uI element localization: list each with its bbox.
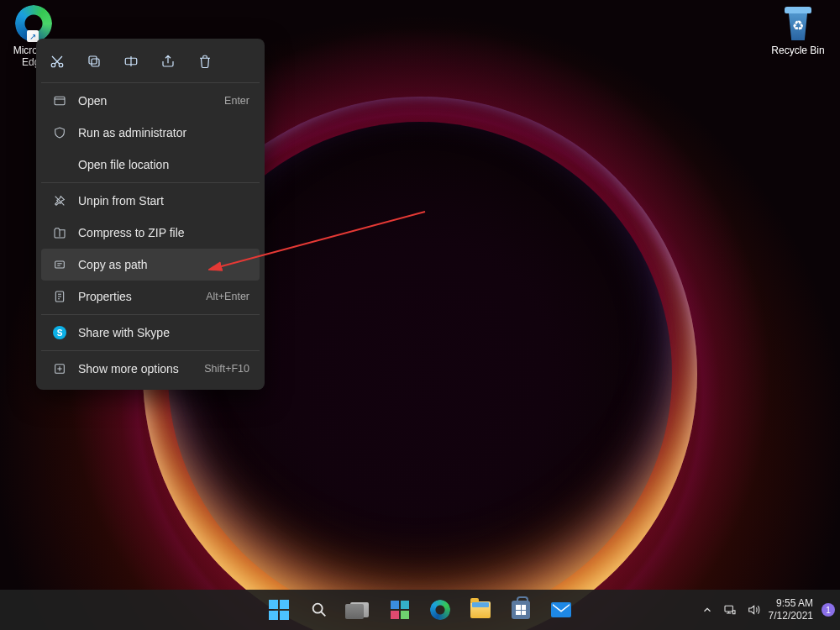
skype-icon: S <box>51 324 68 341</box>
context-menu-show-more-options[interactable]: Show more options Shift+F10 <box>41 353 260 385</box>
windows-logo-icon <box>269 600 289 620</box>
unpin-icon <box>51 192 68 209</box>
context-menu-label: Run as administrator <box>78 126 249 139</box>
context-menu-label: Unpin from Start <box>78 194 249 207</box>
context-menu-accelerator: Shift+F10 <box>204 363 249 375</box>
context-menu-properties[interactable]: Properties Alt+Enter <box>41 281 260 312</box>
svg-rect-2 <box>92 59 99 66</box>
blank-icon <box>51 156 68 173</box>
properties-icon <box>51 288 68 305</box>
context-menu-accelerator: Enter <box>224 95 249 107</box>
taskbar-center <box>262 593 578 627</box>
task-view-button[interactable] <box>343 593 376 627</box>
network-icon <box>723 603 737 617</box>
context-menu-label: Properties <box>78 290 206 303</box>
context-menu-label: Show more options <box>78 362 204 375</box>
delete-icon[interactable] <box>196 52 214 71</box>
svg-point-0 <box>51 63 55 67</box>
svg-rect-3 <box>89 56 97 64</box>
context-menu-share-with-skype[interactable]: S Share with Skype <box>41 317 260 349</box>
svg-rect-11 <box>725 606 732 612</box>
widgets-button[interactable] <box>383 593 417 627</box>
admin-shield-icon <box>51 124 68 141</box>
taskbar-mail[interactable] <box>544 593 578 627</box>
context-menu-compress-to-zip[interactable]: Compress to ZIP file <box>41 217 260 249</box>
cut-icon[interactable] <box>48 52 66 71</box>
context-menu-separator <box>41 182 260 183</box>
chevron-up-icon <box>701 604 713 616</box>
desktop-icon-recycle-bin[interactable]: ♻ Recycle Bin <box>766 5 830 56</box>
taskbar: 9:55 AM 7/12/2021 1 <box>0 590 840 630</box>
zip-icon <box>51 224 68 241</box>
context-menu-unpin-from-start[interactable]: Unpin from Start <box>41 185 260 217</box>
context-menu-separator <box>41 314 260 315</box>
context-menu-label: Open file location <box>78 158 249 171</box>
context-menu-copy-as-path[interactable]: Copy as path <box>41 249 260 281</box>
context-menu-accelerator: Alt+Enter <box>206 291 249 302</box>
edge-icon <box>430 600 450 620</box>
task-view-icon <box>350 602 369 617</box>
svg-point-1 <box>59 63 63 67</box>
edge-icon: ↗ <box>15 5 52 42</box>
start-button[interactable] <box>262 593 296 627</box>
notification-center-button[interactable]: 1 <box>822 603 835 617</box>
context-menu-label: Open <box>78 94 224 108</box>
tray-volume-button[interactable] <box>747 603 760 617</box>
context-menu-quick-actions <box>41 44 260 81</box>
share-icon[interactable] <box>159 52 177 71</box>
desktop-icon-label: Recycle Bin <box>766 45 830 56</box>
context-menu-label: Share with Skype <box>78 326 249 339</box>
taskbar-date: 7/12/2021 <box>769 610 813 622</box>
mail-icon <box>551 602 571 617</box>
context-menu-separator <box>41 350 260 351</box>
search-button[interactable] <box>302 593 336 627</box>
taskbar-file-explorer[interactable] <box>464 593 497 627</box>
tray-network-button[interactable] <box>723 603 737 617</box>
taskbar-system-tray: 9:55 AM 7/12/2021 1 <box>701 597 835 622</box>
open-icon <box>51 92 68 109</box>
copy-path-icon <box>51 256 68 273</box>
microsoft-store-icon <box>512 601 530 619</box>
taskbar-clock[interactable]: 9:55 AM 7/12/2021 <box>769 597 813 622</box>
svg-rect-6 <box>55 261 65 268</box>
notification-count: 1 <box>826 606 831 615</box>
copy-icon[interactable] <box>85 52 103 71</box>
context-menu-open[interactable]: Open Enter <box>41 85 260 117</box>
rename-icon[interactable] <box>122 52 140 71</box>
tray-overflow-button[interactable] <box>701 604 713 616</box>
context-menu-label: Compress to ZIP file <box>78 226 249 239</box>
taskbar-microsoft-store[interactable] <box>504 593 538 627</box>
context-menu-run-as-admin[interactable]: Run as administrator <box>41 117 260 149</box>
context-menu-separator <box>41 82 260 83</box>
file-explorer-icon <box>470 601 491 618</box>
taskbar-edge[interactable] <box>423 593 457 627</box>
recycle-bin-icon: ♻ <box>780 5 816 42</box>
volume-icon <box>747 603 760 617</box>
search-icon <box>310 601 328 619</box>
context-menu: Open Enter Run as administrator Open fil… <box>36 39 265 390</box>
svg-rect-5 <box>55 97 65 104</box>
context-menu-label: Copy as path <box>78 258 249 271</box>
more-options-icon <box>51 360 68 377</box>
context-menu-open-file-location[interactable]: Open file location <box>41 149 260 181</box>
widgets-icon <box>391 601 409 619</box>
taskbar-time: 9:55 AM <box>769 597 813 610</box>
svg-point-10 <box>313 604 323 613</box>
